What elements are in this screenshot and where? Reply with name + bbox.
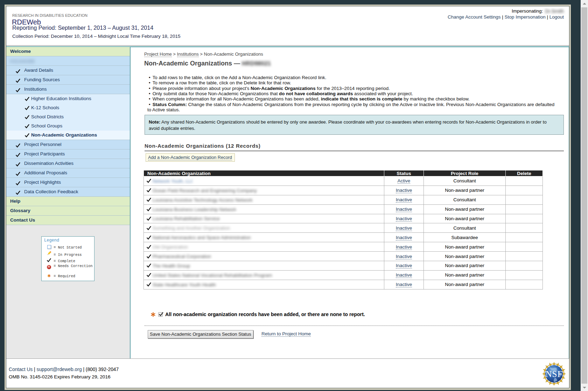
- svg-text:NSF: NSF: [546, 369, 563, 379]
